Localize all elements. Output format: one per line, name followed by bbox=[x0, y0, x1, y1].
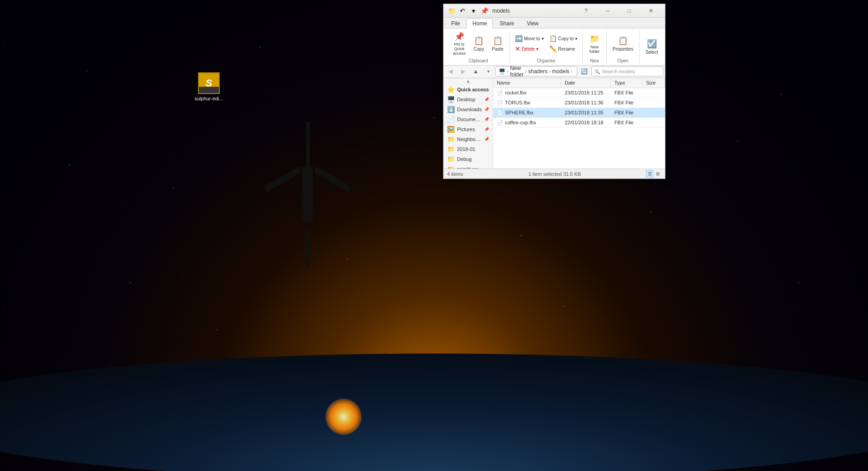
file-row-rocket[interactable]: 📄rocket.fbx 23/01/2018 11:25 FBX File bbox=[493, 88, 665, 98]
file-date-coffeecup: 22/01/2018 18:18 bbox=[561, 120, 611, 125]
status-bar: 4 items 1 item selected 31.5 KB ☰ ⊞ bbox=[443, 169, 665, 179]
rename-button[interactable]: ✏️ Rename bbox=[547, 44, 580, 54]
move-to-button[interactable]: ➡️ Move to ▾ bbox=[513, 33, 546, 43]
main-area: ▲ ⭐ Quick access 🖥️ Desktop 📌 ⬇️ Downloa… bbox=[443, 78, 665, 169]
file-icon-torus: 📄 bbox=[497, 100, 503, 105]
breadcrumb-bar[interactable]: 🖥️ › New folder › shaders › models › bbox=[495, 66, 577, 76]
sidebar-item-pictures[interactable]: 🖼️ Pictures 📌 bbox=[443, 124, 493, 134]
new-folder-button[interactable]: 📁 New folder bbox=[585, 33, 604, 55]
new-group-label: New bbox=[590, 58, 599, 63]
title-icon-undo[interactable]: ↶ bbox=[458, 6, 467, 15]
title-icon-pin[interactable]: 📌 bbox=[480, 6, 489, 15]
paste-label: Paste bbox=[492, 47, 504, 52]
pin-indicator-pics: 📌 bbox=[484, 127, 489, 132]
copy-to-button[interactable]: 📋 Copy to ▾ bbox=[547, 33, 580, 43]
new-folder-label: New folder bbox=[589, 45, 600, 54]
paste-button[interactable]: 📋 Paste bbox=[489, 34, 507, 53]
close-button[interactable]: ✕ bbox=[641, 4, 661, 18]
tab-home[interactable]: Home bbox=[467, 19, 493, 28]
file-type-rocket: FBX File bbox=[611, 90, 642, 95]
sidebar-scroll-up[interactable]: ▲ bbox=[443, 78, 493, 85]
quick-access-icon: ⭐ bbox=[447, 86, 455, 93]
title-icon-down[interactable]: ▾ bbox=[469, 6, 478, 15]
ribbon-group-clipboard: 📌 Pin to Quick access 📋 Copy 📋 Paste Cli… bbox=[447, 30, 510, 63]
sidebar-item-downloads[interactable]: ⬇️ Downloads 📌 bbox=[443, 104, 493, 114]
copy-label: Copy bbox=[473, 47, 484, 52]
help-button[interactable]: ? bbox=[576, 4, 596, 18]
desktop-icon-label: sulphur-edi... bbox=[191, 96, 227, 101]
column-type[interactable]: Type bbox=[611, 78, 642, 88]
pictures-icon: 🖼️ bbox=[447, 126, 455, 133]
move-to-label: Move to bbox=[524, 36, 540, 41]
breadcrumb-models[interactable]: models bbox=[552, 68, 570, 75]
maximize-button[interactable]: □ bbox=[619, 4, 640, 18]
select-icon: ☑️ bbox=[647, 39, 657, 49]
move-icon: ➡️ bbox=[515, 35, 523, 42]
tab-share[interactable]: Share bbox=[494, 19, 520, 28]
sidebar-quick-access-header: ⭐ Quick access bbox=[443, 85, 493, 94]
file-name-rocket: 📄rocket.fbx bbox=[493, 90, 561, 96]
downloads-label: Downloads bbox=[457, 107, 481, 112]
window-title-area: models bbox=[489, 8, 576, 14]
properties-button[interactable]: 📋 Properties bbox=[609, 34, 637, 53]
sidebar: ▲ ⭐ Quick access 🖥️ Desktop 📌 ⬇️ Downloa… bbox=[443, 78, 493, 169]
select-button[interactable]: ☑️ Select bbox=[642, 38, 661, 56]
file-icon-sphere: 📄 bbox=[497, 110, 503, 115]
pin-label: Pin to Quick access bbox=[453, 42, 466, 56]
debug-icon: 📁 bbox=[447, 155, 455, 163]
quick-access-label: Quick access bbox=[457, 87, 489, 92]
ribbon-tabs: File Home Share View bbox=[443, 18, 665, 28]
recent-locations-button[interactable]: ▼ bbox=[483, 66, 494, 76]
desktop-icon-sulphur[interactable]: S sulphur-editor sulphur-edi... bbox=[191, 72, 227, 101]
column-date[interactable]: Date bbox=[561, 78, 611, 88]
view-details-button[interactable]: ☰ bbox=[646, 170, 653, 178]
ribbon-col-2: 📋 Copy to ▾ ✏️ Rename bbox=[547, 33, 580, 54]
pin-to-quick-access-button[interactable]: 📌 Pin to Quick access bbox=[450, 30, 469, 57]
breadcrumb-shaders[interactable]: shaders bbox=[528, 68, 547, 75]
column-name[interactable]: Name bbox=[493, 78, 561, 88]
sidebar-item-desktop[interactable]: 🖥️ Desktop 📌 bbox=[443, 94, 493, 104]
documents-label: Documents bbox=[457, 117, 482, 122]
sidebar-item-documents[interactable]: 📄 Documents 📌 bbox=[443, 114, 493, 124]
minimize-button[interactable]: ─ bbox=[597, 4, 618, 18]
downloads-icon: ⬇️ bbox=[447, 106, 455, 113]
window-title: models bbox=[492, 8, 510, 14]
sidebar-item-neighborhood[interactable]: 📁 Neighborhoo 📌 bbox=[443, 134, 493, 144]
copy-button[interactable]: 📋 Copy bbox=[470, 34, 488, 53]
search-bar[interactable]: 🔍 Search models bbox=[591, 66, 663, 76]
window-controls: ? ─ □ ✕ bbox=[576, 4, 661, 18]
breadcrumb-sep-3: › bbox=[549, 68, 551, 75]
sidebar-item-primitives[interactable]: 📁 primitives bbox=[443, 164, 493, 169]
delete-icon: ✕ bbox=[515, 45, 520, 52]
ribbon-organise-buttons: ➡️ Move to ▾ ✕ Delete ▾ 📋 Copy to ▾ bbox=[513, 30, 580, 57]
pin-indicator-downloads: 📌 bbox=[484, 107, 489, 112]
ribbon-clipboard-buttons: 📌 Pin to Quick access 📋 Copy 📋 Paste bbox=[450, 30, 507, 57]
rename-label: Rename bbox=[558, 47, 576, 52]
file-type-sphere: FBX File bbox=[611, 110, 642, 115]
debug-label: Debug bbox=[457, 156, 472, 162]
back-button[interactable]: ◀ bbox=[445, 66, 456, 76]
refresh-button[interactable]: 🔄 bbox=[579, 66, 590, 76]
ribbon: 📌 Pin to Quick access 📋 Copy 📋 Paste Cli… bbox=[443, 28, 665, 66]
sidebar-item-2018[interactable]: 📁 2018-01 bbox=[443, 144, 493, 154]
pin-indicator-docs: 📌 bbox=[484, 117, 489, 122]
breadcrumb-computer[interactable]: 🖥️ bbox=[499, 68, 505, 75]
breadcrumb-sep-2: › bbox=[525, 68, 527, 75]
tab-file[interactable]: File bbox=[445, 19, 466, 28]
ribbon-group-open: 📋 Properties Open bbox=[607, 30, 640, 63]
breadcrumb-new-folder[interactable]: New folder bbox=[510, 65, 524, 78]
file-row-torus[interactable]: 📄TORUS.fbx 23/01/2018 11:36 FBX File bbox=[493, 98, 665, 108]
delete-button[interactable]: ✕ Delete ▾ bbox=[513, 44, 546, 54]
tab-view[interactable]: View bbox=[521, 19, 544, 28]
file-row-coffeecup[interactable]: 📄coffee-cup.fbx 22/01/2018 18:18 FBX Fil… bbox=[493, 118, 665, 128]
view-mode-buttons: ☰ ⊞ bbox=[646, 170, 661, 178]
up-button[interactable]: ▲ bbox=[471, 66, 481, 76]
column-size[interactable]: Size bbox=[642, 78, 665, 88]
view-large-icons-button[interactable]: ⊞ bbox=[654, 170, 661, 178]
file-row-sphere[interactable]: 📄SPHERE.fbx 23/01/2018 11:35 FBX File bbox=[493, 108, 665, 118]
satellite-decoration bbox=[262, 122, 353, 267]
forward-button[interactable]: ▶ bbox=[458, 66, 469, 76]
organise-group-label: Organise bbox=[537, 58, 556, 63]
sidebar-item-debug[interactable]: 📁 Debug bbox=[443, 154, 493, 164]
rename-icon: ✏️ bbox=[549, 45, 557, 52]
